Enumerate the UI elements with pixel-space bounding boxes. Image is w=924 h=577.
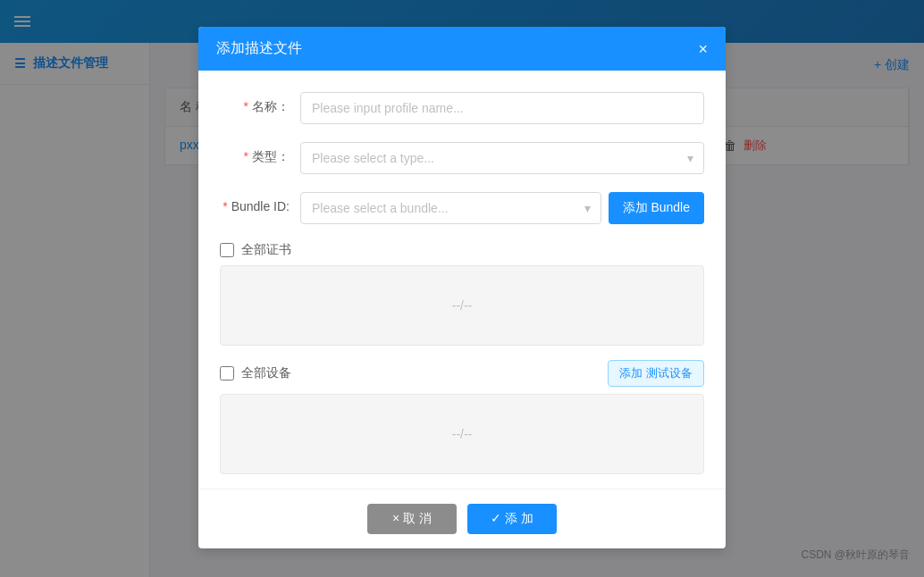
cert-label: 全部证书: [241, 242, 291, 258]
cert-content-area: --/--: [220, 265, 704, 346]
type-label: *类型：: [220, 142, 300, 165]
bundle-row: Please select a bundle... 添加 Bundle: [300, 192, 704, 224]
cancel-button[interactable]: × 取 消: [367, 504, 457, 534]
cert-section: 全部证书 --/--: [220, 242, 704, 346]
device-section: 全部设备 添加 测试设备 --/--: [220, 360, 704, 474]
modal-dialog: 添加描述文件 × *名称： *类型： Pleas: [198, 27, 726, 548]
confirm-button[interactable]: ✓ 添 加: [467, 504, 557, 534]
device-checkbox[interactable]: [220, 366, 234, 380]
modal-close-button[interactable]: ×: [698, 41, 708, 57]
device-label: 全部设备: [241, 365, 291, 381]
cert-empty-text: --/--: [452, 298, 473, 313]
device-section-header: 全部设备 添加 测试设备: [220, 360, 704, 387]
name-label: *名称：: [220, 92, 300, 115]
add-device-button[interactable]: 添加 测试设备: [608, 360, 704, 387]
modal-overlay: 添加描述文件 × *名称： *类型： Pleas: [0, 0, 924, 577]
type-field-row: *类型： Please select a type...: [220, 142, 704, 174]
required-star-name: *: [244, 99, 248, 113]
device-section-left: 全部设备: [220, 365, 291, 381]
required-star-bundle: *: [223, 199, 227, 213]
name-input-wrap: [300, 92, 704, 124]
bundle-control-wrap: Please select a bundle... 添加 Bundle: [300, 192, 704, 224]
modal-body: *名称： *类型： Please select a type...: [198, 71, 726, 489]
device-content-area: --/--: [220, 394, 704, 474]
cert-checkbox[interactable]: [220, 243, 234, 257]
add-bundle-button[interactable]: 添加 Bundle: [609, 192, 704, 224]
modal-footer: × 取 消 ✓ 添 加: [198, 489, 726, 548]
bundle-label: *Bundle ID:: [220, 192, 300, 213]
bundle-select[interactable]: Please select a bundle...: [300, 192, 601, 224]
type-select[interactable]: Please select a type...: [300, 142, 704, 174]
modal-header: 添加描述文件 ×: [198, 27, 726, 71]
required-star-type: *: [244, 149, 248, 163]
device-empty-text: --/--: [452, 427, 473, 441]
type-select-wrap: Please select a type...: [300, 142, 704, 174]
cert-section-left: 全部证书: [220, 242, 291, 258]
modal-title: 添加描述文件: [216, 39, 302, 58]
name-input[interactable]: [300, 92, 704, 124]
cert-section-header: 全部证书: [220, 242, 704, 258]
name-field-row: *名称：: [220, 92, 704, 124]
bundle-select-wrap: Please select a bundle...: [300, 192, 601, 224]
bundle-field-row: *Bundle ID: Please select a bundle... 添加…: [220, 192, 704, 224]
